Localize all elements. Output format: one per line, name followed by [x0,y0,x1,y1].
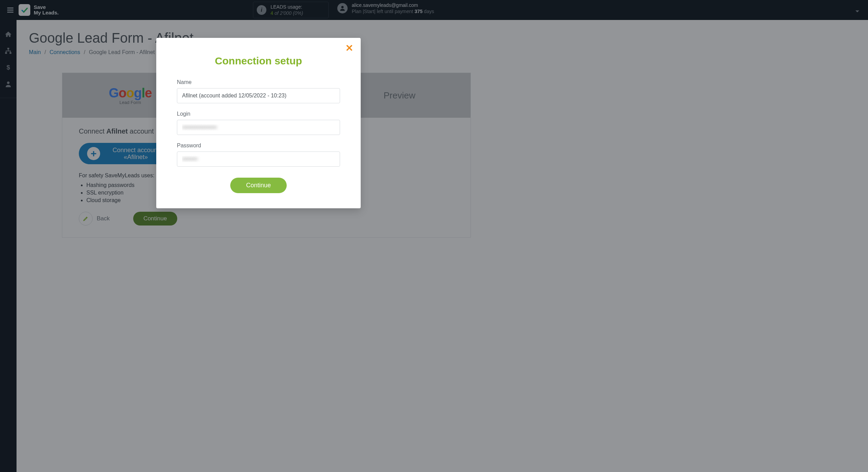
form-group-password: Password [177,143,340,167]
name-label: Name [177,79,340,85]
modal-backdrop[interactable] [0,0,868,472]
password-label: Password [177,143,340,149]
password-input[interactable] [177,151,340,167]
login-label: Login [177,111,340,117]
connection-setup-modal: Connection setup Name Login Password Con… [156,38,361,208]
modal-continue-button[interactable]: Continue [230,178,287,193]
modal-close-button[interactable] [346,44,353,53]
form-group-name: Name [177,79,340,103]
name-input[interactable] [177,88,340,103]
modal-title: Connection setup [177,55,340,67]
close-icon [346,44,353,52]
login-input[interactable] [177,120,340,135]
form-group-login: Login [177,111,340,135]
